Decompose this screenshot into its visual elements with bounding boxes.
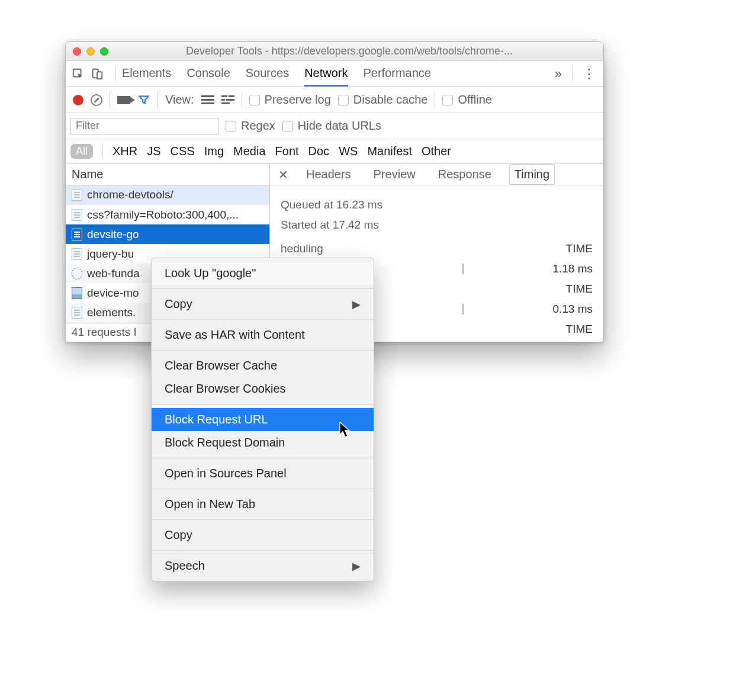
separator xyxy=(152,319,374,320)
ctx-open-sources[interactable]: Open in Sources Panel xyxy=(152,462,374,485)
device-toolbar-icon[interactable] xyxy=(89,66,105,82)
svg-rect-9 xyxy=(226,99,234,101)
filter-ws[interactable]: WS xyxy=(339,145,358,158)
devtools-tabs-bar: Elements Console Sources Network Perform… xyxy=(66,61,603,87)
svg-rect-6 xyxy=(221,95,227,97)
ctx-block-request-domain[interactable]: Block Request Domain xyxy=(152,431,374,454)
separator xyxy=(102,144,103,159)
record-button[interactable] xyxy=(73,95,83,105)
ctx-copy[interactable]: Copy xyxy=(152,524,374,547)
svg-rect-3 xyxy=(201,95,214,97)
filter-font[interactable]: Font xyxy=(275,145,299,158)
window-title: Developer Tools - https://developers.goo… xyxy=(101,45,597,57)
filter-other[interactable]: Other xyxy=(422,145,451,158)
request-row[interactable]: chrome-devtools/ xyxy=(66,185,269,205)
detail-tab-response[interactable]: Response xyxy=(433,165,496,184)
name-column-header[interactable]: Name xyxy=(66,164,269,185)
disable-cache-checkbox[interactable]: Disable cache xyxy=(338,93,428,107)
hide-data-urls-checkbox[interactable]: Hide data URLs xyxy=(282,119,381,133)
regex-label: Regex xyxy=(241,119,275,133)
ctx-speech-submenu[interactable]: Speech▶ xyxy=(152,554,374,577)
tab-network[interactable]: Network xyxy=(304,61,348,86)
detail-tab-timing[interactable]: Timing xyxy=(509,164,555,185)
filter-doc[interactable]: Doc xyxy=(308,145,330,158)
request-row-selected[interactable]: devsite-go xyxy=(66,224,269,244)
tab-performance[interactable]: Performance xyxy=(364,61,432,86)
tabs-overflow-icon[interactable]: » xyxy=(550,66,567,82)
request-row[interactable]: css?family=Roboto:300,400,... xyxy=(66,205,269,224)
more-options-icon[interactable]: ⋮ xyxy=(579,66,599,82)
separator xyxy=(152,288,374,289)
small-rows-icon[interactable] xyxy=(221,95,234,105)
filter-css[interactable]: CSS xyxy=(171,145,195,158)
chevron-right-icon: ▶ xyxy=(352,560,361,573)
network-toolbar: View: Preserve log Disable cache Offline xyxy=(66,87,603,113)
ctx-clear-cookies[interactable]: Clear Browser Cookies xyxy=(152,377,374,400)
detail-tabs: ✕ Headers Preview Response Timing xyxy=(270,164,603,185)
ctx-clear-cache[interactable]: Clear Browser Cache xyxy=(152,354,374,377)
inspect-element-icon[interactable] xyxy=(70,66,86,82)
document-icon xyxy=(72,229,82,240)
detail-tab-headers[interactable]: Headers xyxy=(301,165,356,184)
filter-input[interactable] xyxy=(70,118,218,134)
queued-label: Queued at 16.23 ms xyxy=(281,195,593,215)
tab-elements[interactable]: Elements xyxy=(122,61,171,86)
ctx-lookup[interactable]: Look Up "google" xyxy=(152,262,374,285)
filter-manifest[interactable]: Manifest xyxy=(367,145,412,158)
close-window-button[interactable] xyxy=(73,47,81,56)
filter-xhr[interactable]: XHR xyxy=(112,145,137,158)
chevron-right-icon: ▶ xyxy=(352,298,361,311)
svg-rect-7 xyxy=(229,95,234,97)
document-icon xyxy=(72,307,82,319)
capture-screenshots-icon[interactable] xyxy=(117,96,130,104)
clear-log-button[interactable] xyxy=(91,94,102,106)
detail-tab-preview[interactable]: Preview xyxy=(369,165,420,184)
image-icon xyxy=(72,287,82,299)
filter-all[interactable]: All xyxy=(70,144,93,159)
request-type-filter-bar: All XHR JS CSS Img Media Font Doc WS Man… xyxy=(66,139,603,164)
timing-body: Queued at 16.23 ms Started at 17.42 ms xyxy=(270,185,603,235)
tab-sources[interactable]: Sources xyxy=(246,61,289,86)
separator xyxy=(115,66,116,82)
separator xyxy=(152,489,374,489)
filter-media[interactable]: Media xyxy=(233,145,265,158)
document-icon xyxy=(72,209,82,221)
large-rows-icon[interactable] xyxy=(201,95,214,105)
svg-rect-2 xyxy=(97,72,102,79)
filter-img[interactable]: Img xyxy=(204,145,224,158)
started-label: Started at 17.42 ms xyxy=(281,215,593,235)
disable-cache-label: Disable cache xyxy=(353,93,428,107)
context-menu: Look Up "google" Copy▶ Save as HAR with … xyxy=(151,258,374,582)
separator xyxy=(435,92,435,108)
tab-console[interactable]: Console xyxy=(186,61,230,86)
separator xyxy=(110,92,110,108)
filter-js[interactable]: JS xyxy=(147,145,160,158)
svg-rect-4 xyxy=(201,99,214,101)
filter-toggle-icon[interactable] xyxy=(137,94,150,107)
separator xyxy=(152,519,374,520)
regex-checkbox[interactable]: Regex xyxy=(226,119,275,133)
filter-bar: Regex Hide data URLs xyxy=(66,113,603,139)
view-label: View: xyxy=(165,93,194,107)
separator xyxy=(242,92,242,108)
separator xyxy=(152,550,374,551)
separator xyxy=(152,404,374,404)
ctx-block-request-url[interactable]: Block Request URL xyxy=(152,408,374,431)
ctx-copy-submenu[interactable]: Copy▶ xyxy=(152,293,374,316)
preserve-log-label: Preserve log xyxy=(265,93,331,107)
svg-rect-5 xyxy=(201,102,214,104)
svg-rect-8 xyxy=(221,99,225,101)
separator xyxy=(152,350,374,351)
document-icon xyxy=(72,189,82,201)
minimize-window-button[interactable] xyxy=(86,47,95,56)
ctx-open-new-tab[interactable]: Open in New Tab xyxy=(152,493,374,516)
close-detail-icon[interactable]: ✕ xyxy=(278,168,288,182)
ctx-save-har[interactable]: Save as HAR with Content xyxy=(152,323,374,346)
preserve-log-checkbox[interactable]: Preserve log xyxy=(249,93,331,107)
offline-label: Offline xyxy=(458,93,491,107)
offline-checkbox[interactable]: Offline xyxy=(442,93,491,107)
hide-data-urls-label: Hide data URLs xyxy=(298,119,381,133)
separator xyxy=(152,458,374,458)
gear-icon xyxy=(72,268,82,280)
timing-section-scheduling: heduling TIME xyxy=(270,235,603,255)
